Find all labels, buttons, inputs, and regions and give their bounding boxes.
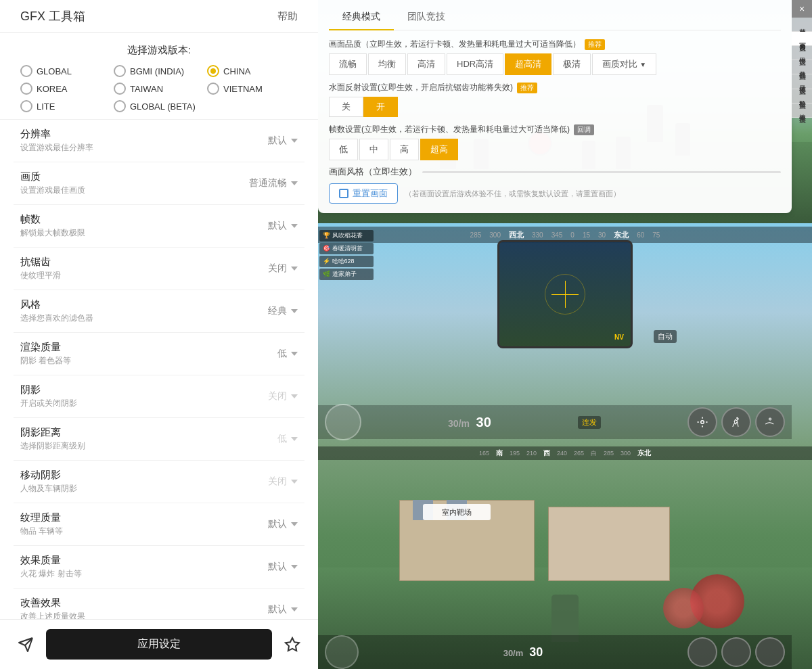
version-option-global[interactable]: GLOBAL — [20, 65, 111, 77]
send-button[interactable] — [14, 632, 38, 657]
quality-btn-jiqing[interactable]: 极清 — [553, 53, 591, 75]
setting-right-improve[interactable]: 默认 — [244, 603, 298, 616]
setting-right-style[interactable]: 经典 — [244, 305, 298, 317]
setting-desc-texture: 物品 车辆等 — [20, 526, 63, 537]
sidebar-screen[interactable]: 画面设置 — [792, 32, 812, 46]
setting-texture: 纹理质量 物品 车辆等 默认 — [14, 503, 304, 546]
fps-btn-high[interactable]: 高 — [390, 139, 419, 160]
version-label-global: GLOBAL — [37, 66, 72, 76]
tab-team[interactable]: 团队竞技 — [394, 7, 459, 30]
bottom-bar: 应用设定 — [0, 619, 318, 669]
quality-label: 画面品质（立即生效，若运行卡顿、发热量和耗电量过大可适当降低） — [329, 39, 581, 50]
setting-name-improve: 改善效果 — [20, 597, 85, 609]
dropdown-arrow-fps — [291, 224, 298, 228]
setting-right-fps[interactable]: 默认 — [244, 220, 298, 232]
gear-action-btn[interactable] — [687, 407, 717, 437]
hud-compass-bottom: 165 南 195 210 西 240 265 白 285 300 东北 — [318, 446, 812, 460]
setting-desc-shadow-dist: 选择阴影距离级别 — [20, 440, 85, 452]
radio-vietnam — [207, 83, 219, 95]
setting-right-quality[interactable]: 普通流畅 — [244, 177, 298, 189]
ammo-display-top: 30/m 30 — [448, 415, 491, 430]
reset-icon — [339, 189, 348, 198]
tab-row: 经典模式 团队竞技 — [329, 7, 781, 30]
version-label-taiwan: TAIWAN — [130, 84, 163, 94]
quality-btn-compare[interactable]: 画质对比 ▼ — [592, 53, 656, 75]
setting-right-effect[interactable]: 默认 — [244, 561, 298, 573]
send-icon — [18, 637, 34, 653]
tab-classic[interactable]: 经典模式 — [329, 7, 394, 30]
sidebar-pickup[interactable]: 拾取设置 — [792, 89, 812, 103]
setting-value-antialiasing: 关闭 — [268, 262, 287, 275]
sidebar-operation[interactable]: 操作设置 — [792, 46, 812, 60]
quality-btn-junheng[interactable]: 均衡 — [368, 53, 406, 75]
prone-action-btn2[interactable] — [755, 637, 785, 667]
left-header: GFX 工具箱 帮助 — [0, 0, 318, 33]
team-item-3: ⚡ 哈哈628 — [319, 256, 374, 267]
setting-fps: 帧数 解锁最大帧数极限 默认 — [14, 205, 304, 248]
setting-shadow-dist: 阴影距离 选择阴影距离级别 低 — [14, 418, 304, 461]
version-option-globalbeta[interactable]: GLOBAL (BETA) — [114, 100, 204, 112]
setting-desc-resolution: 设置游戏最佳分辨率 — [20, 142, 93, 154]
reset-note: （若画面设置后游戏体验不佳，或需恢复默认设置，请重置画面） — [405, 189, 621, 199]
sidebar-effect[interactable]: 效果设置 — [792, 103, 812, 118]
quality-btn-liuchang[interactable]: 流畅 — [329, 53, 367, 75]
apply-button[interactable]: 应用设定 — [46, 629, 272, 660]
sidebar-weapon[interactable]: 载具设置 — [792, 60, 812, 74]
setting-name-style: 风格 — [20, 298, 93, 311]
version-option-lite[interactable]: LITE — [20, 100, 111, 112]
setting-desc-render: 阴影 着色器等 — [20, 355, 71, 367]
action-buttons-top — [687, 407, 785, 437]
version-label-globalbeta: GLOBAL (BETA) — [130, 101, 196, 112]
dropdown-arrow-shadow-dist — [291, 437, 298, 441]
action-buttons-bottom — [687, 637, 785, 667]
setting-value-improve: 默认 — [268, 603, 287, 616]
setting-right-antialiasing[interactable]: 关闭 — [244, 262, 298, 275]
left-panel: GFX 工具箱 帮助 选择游戏版本: GLOBAL BGMI (INDIA) C… — [0, 0, 318, 669]
fps-btn-low[interactable]: 低 — [329, 139, 358, 160]
prone-action-btn[interactable] — [755, 407, 785, 437]
close-button[interactable]: × — [792, 0, 812, 18]
setting-value-shadow-dist: 低 — [277, 433, 287, 445]
radio-bgmi — [114, 65, 126, 77]
quality-btn-hdr[interactable]: HDR高清 — [447, 53, 503, 75]
joystick-left[interactable] — [325, 404, 361, 440]
radio-taiwan — [114, 83, 126, 95]
eye-action-btn[interactable] — [687, 637, 717, 667]
quality-btn-chaogaoqing[interactable]: 超高清 — [505, 53, 551, 75]
version-option-taiwan[interactable]: TAIWAN — [114, 83, 204, 95]
help-link[interactable]: 帮助 — [277, 10, 298, 23]
style-bar — [422, 171, 781, 173]
water-on-btn[interactable]: 开 — [363, 97, 398, 117]
fps-hint: 回调 — [574, 124, 594, 135]
sidebar-basic[interactable]: 基础设置 — [792, 18, 812, 32]
fps-btn-ultrahigh[interactable]: 超高 — [420, 139, 458, 160]
run-action-btn[interactable] — [721, 407, 751, 437]
setting-right-texture[interactable]: 默认 — [244, 518, 298, 530]
version-label-bgmi: BGMI (INDIA) — [130, 66, 184, 76]
setting-right-render[interactable]: 低 — [244, 348, 298, 360]
app-title: GFX 工具箱 — [20, 8, 85, 24]
version-option-china[interactable]: CHINA — [207, 65, 298, 77]
setting-right-resolution[interactable]: 默认 — [244, 135, 298, 147]
setting-value-shadow: 关闭 — [268, 390, 287, 402]
setting-value-texture: 默认 — [268, 518, 287, 530]
version-option-korea[interactable]: KOREA — [20, 83, 111, 95]
setting-resolution: 分辨率 设置游戏最佳分辨率 默认 — [14, 120, 304, 162]
water-off-btn[interactable]: 关 — [329, 97, 363, 117]
setting-desc-style: 选择您喜欢的滤色器 — [20, 313, 93, 324]
version-option-bgmi[interactable]: BGMI (INDIA) — [114, 65, 204, 77]
fps-btn-mid[interactable]: 中 — [359, 139, 388, 160]
run-action-btn2[interactable] — [721, 637, 751, 667]
sidebar-sensitivity[interactable]: 灵敏度设置 — [792, 74, 812, 89]
reset-screen-button[interactable]: 重置画面 — [329, 183, 398, 204]
quality-btn-gaoqing[interactable]: 高清 — [407, 53, 445, 75]
version-option-vietnam[interactable]: VIETNAM — [207, 83, 298, 95]
radio-china — [207, 65, 219, 77]
setting-improve: 改善效果 改善上述质量效果 默认 — [14, 589, 304, 619]
setting-antialiasing: 抗锯齿 使纹理平滑 关闭 — [14, 248, 304, 290]
joystick-right[interactable] — [325, 635, 359, 669]
setting-name-texture: 纹理质量 — [20, 511, 63, 524]
favorite-button[interactable] — [280, 632, 304, 657]
setting-desc-improve: 改善上述质量效果 — [20, 611, 85, 619]
reset-row: 重置画面 （若画面设置后游戏体验不佳，或需恢复默认设置，请重置画面） — [329, 183, 781, 204]
